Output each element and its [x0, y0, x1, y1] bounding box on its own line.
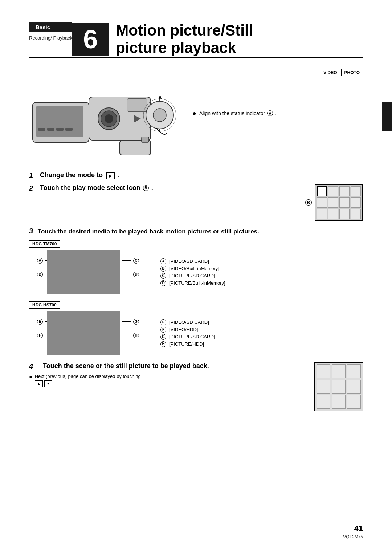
label-f: F	[37, 333, 43, 338]
hs700-item-e: E [VIDEO/SD CARD]	[160, 319, 215, 325]
step4-row: 4 Touch the scene or the still picture t…	[29, 362, 363, 411]
label-e: E	[37, 319, 43, 325]
svg-rect-10	[127, 99, 147, 111]
tm700-labels-list: A [VIDEO/SD CARD] B [VIDEO/Built-inMemor…	[160, 258, 225, 286]
diagram-area: A ● Align with the status indicator A .	[29, 81, 363, 160]
step4-section: 4 Touch the scene or the still picture t…	[29, 362, 363, 411]
svg-rect-2	[38, 128, 45, 131]
step4-content: 4 Touch the scene or the still picture t…	[29, 362, 300, 387]
b-circle: B	[305, 199, 312, 206]
svg-rect-4	[56, 128, 64, 131]
step1-row: 1 Change the mode to ▶ .	[29, 171, 363, 180]
recording-playback-label: Recording/ Playback	[29, 32, 72, 44]
label-a-circle: A	[267, 110, 273, 116]
page-number: 41	[343, 524, 363, 533]
step3-number: 3	[29, 227, 33, 235]
status-indicator-note: ● Align with the status indicator A .	[192, 110, 363, 117]
svg-text:A: A	[158, 95, 162, 101]
step4-grid-cells	[314, 362, 363, 411]
svg-point-16	[153, 109, 166, 122]
header-section: Basic Recording/ Playback 6 Motion pictu…	[29, 22, 363, 58]
play-mode-icon: ▶	[106, 172, 115, 179]
label-g: G	[133, 319, 139, 325]
camcorder-svg: A	[29, 81, 181, 160]
tm700-item-a: A [VIDEO/SD CARD]	[160, 258, 225, 264]
hdc-tm700-content: A B C	[29, 250, 363, 294]
video-badge: VIDEO	[320, 69, 340, 76]
step2-content: Touch the play mode select icon B .	[40, 184, 294, 192]
chapter-title: Motion picture/Still picture playback	[116, 22, 253, 57]
page-footer: 41 VQT2M75	[343, 524, 363, 539]
step2-number: 2	[29, 184, 37, 192]
svg-point-9	[105, 114, 113, 123]
hdc-tm700-label: HDC-TM700	[29, 240, 60, 248]
hdc-hs700-section: HDC-HS700 E F	[29, 301, 363, 355]
step1-text: Change the mode to ▶ .	[40, 171, 120, 180]
tm700-item-c: C [PICTURE/SD CARD]	[160, 273, 225, 279]
camcorder-image: A	[29, 81, 181, 160]
steps-section: 1 Change the mode to ▶ . 2 Touch the pla…	[29, 171, 363, 411]
svg-rect-1	[36, 106, 83, 137]
tm700-screen	[47, 250, 120, 294]
tm700-item-b: B [VIDEO/Built-inMemory]	[160, 266, 225, 272]
svg-rect-11	[120, 140, 151, 155]
svg-rect-12	[142, 137, 149, 142]
svg-rect-3	[47, 128, 54, 131]
left-header: Basic Recording/ Playback	[29, 22, 72, 57]
down-nav-btn: ▼	[44, 380, 52, 387]
svg-rect-5	[65, 128, 73, 131]
step2-text: Touch the play mode select icon B .	[40, 184, 153, 192]
step1-number: 1	[29, 171, 37, 180]
hs700-right-labels: G H	[122, 319, 140, 338]
hs700-item-f: F [VIDEO/HDD]	[160, 327, 215, 333]
hdc-hs700-label: HDC-HS700	[29, 301, 60, 309]
step2-row: 2 Touch the play mode select icon B . B	[29, 184, 363, 221]
play-mode-grid	[315, 184, 363, 221]
step3-text: 3 Touch the desired media to be played b…	[29, 227, 363, 235]
label-a: A	[37, 258, 43, 264]
up-nav-btn: ▲	[35, 380, 43, 387]
hs700-item-h: H [PICTURE/HDD]	[160, 341, 215, 347]
hs700-screen-container: E F G	[47, 311, 120, 355]
tm700-item-d: D [PICTURE/Built-inMemory]	[160, 280, 225, 286]
hdc-tm700-section: HDC-TM700 A B	[29, 240, 363, 294]
chapter-number: 6	[72, 23, 109, 56]
basic-badge: Basic	[29, 22, 72, 32]
page-code: VQT2M75	[343, 534, 363, 539]
hs700-labels-list: E [VIDEO/SD CARD] F [VIDEO/HDD] G [PICTU…	[160, 319, 215, 347]
label-c: C	[133, 258, 139, 264]
step2-label-b: B	[143, 185, 149, 191]
label-h: H	[133, 333, 139, 338]
page-container: Basic Recording/ Playback 6 Motion pictu…	[0, 0, 392, 554]
step2-grid: B	[305, 184, 363, 221]
hs700-item-g: G [PICTURE/SD CARD]	[160, 334, 215, 340]
step4-note: ● Next (previous) page can be displayed …	[29, 374, 300, 387]
chapter-block: 6 Motion picture/Still picture playback	[72, 22, 363, 57]
label-b: B	[37, 272, 43, 277]
hs700-screen	[47, 311, 120, 355]
step3-section: 3 Touch the desired media to be played b…	[29, 227, 363, 355]
instruction-bubble: ● Align with the status indicator A .	[181, 81, 363, 117]
step4-text: Touch the scene or the still picture to …	[43, 362, 209, 370]
side-tab	[382, 102, 392, 131]
hdc-hs700-content: E F G	[29, 311, 363, 355]
step4-grid	[314, 362, 363, 411]
tm700-screen-container: A B C	[47, 250, 120, 294]
tm700-right-labels: C D	[122, 258, 140, 277]
step4-number: 4	[29, 362, 37, 371]
label-d: D	[133, 272, 139, 277]
nav-buttons: ▲ ▼	[35, 380, 52, 387]
photo-badge: PHOTO	[341, 69, 363, 76]
video-photo-badge: VIDEO PHOTO	[29, 69, 363, 76]
